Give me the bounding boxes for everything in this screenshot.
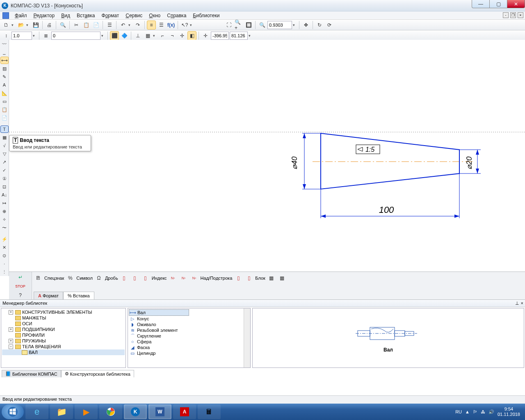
sup-icon[interactable]: ▯ xyxy=(234,274,243,283)
close-button[interactable]: ✕ xyxy=(507,0,525,8)
copy-button[interactable]: 📋 xyxy=(82,21,91,30)
tray-network-icon[interactable]: 🖧 xyxy=(481,409,485,414)
help-cursor-button[interactable]: ↖? xyxy=(180,21,189,30)
cut-tool[interactable]: ↦ xyxy=(0,199,9,207)
coord-x-input[interactable] xyxy=(211,32,229,40)
minimize-button[interactable]: — xyxy=(472,0,490,8)
text-tool[interactable]: T xyxy=(0,126,9,133)
lib-tab-kompas[interactable]: 📘Библиотеки КОМПАС xyxy=(2,370,61,377)
mdi-minimize[interactable]: - xyxy=(503,12,509,18)
tray-lang[interactable]: RU xyxy=(455,409,462,414)
lcs-button[interactable]: ✢ xyxy=(178,31,187,40)
spec-tool[interactable]: 📋 xyxy=(0,106,9,113)
preview-button[interactable]: 🔍 xyxy=(58,21,67,30)
library-list[interactable]: ⟼Вал ▷Конус ◗Оживало ≋Резьбовой элемент … xyxy=(128,308,251,368)
idx3-icon[interactable]: N▫ xyxy=(190,274,199,283)
new-button[interactable]: 🗋 xyxy=(2,21,11,30)
end-tool[interactable]: · xyxy=(0,260,9,267)
style-input[interactable] xyxy=(51,32,100,40)
idx2-icon[interactable]: N▫ xyxy=(179,274,188,283)
snap-r-button[interactable]: ¬ xyxy=(168,31,177,40)
spec-char-icon[interactable]: 🖹 xyxy=(34,274,43,283)
eraser-button[interactable]: ⬛ xyxy=(110,31,119,40)
tab-format[interactable]: AФормат xyxy=(34,292,63,299)
tray-date[interactable]: 01.11.2018 xyxy=(498,412,520,417)
frac2-icon[interactable]: ▯ xyxy=(130,274,139,283)
symbol-icon[interactable]: % xyxy=(66,274,75,283)
start-button[interactable] xyxy=(2,404,24,419)
cut-button[interactable]: ✂ xyxy=(72,21,81,30)
menu-service[interactable]: Сервис xyxy=(123,12,145,19)
stop-button[interactable]: STOP xyxy=(16,282,25,290)
coord-y-input[interactable] xyxy=(230,32,248,40)
menu-libraries[interactable]: Библиотеки xyxy=(190,12,222,19)
table-tool[interactable]: ▦ xyxy=(0,134,9,141)
geom-tool[interactable]: 〰 xyxy=(0,40,9,48)
select-tool[interactable]: ▭ xyxy=(0,98,9,105)
measure-tool[interactable]: 📐 xyxy=(0,89,9,97)
leader-tool[interactable]: ↗ xyxy=(0,158,9,166)
vars-button[interactable]: ☰ xyxy=(157,21,166,30)
tray-volume-icon[interactable]: 🔊 xyxy=(488,409,494,415)
supsub-label[interactable]: Над/Подстрока xyxy=(201,276,233,281)
scrollbar[interactable] xyxy=(244,308,250,368)
redo-button[interactable]: ↷ xyxy=(133,21,142,30)
omega-icon[interactable]: Ω xyxy=(94,274,103,283)
zoom-value-input[interactable] xyxy=(267,21,292,29)
undo-button[interactable]: ↶ xyxy=(119,21,128,30)
layer-button[interactable]: ≣ xyxy=(41,31,50,40)
more-tool[interactable]: ⋮ xyxy=(0,268,9,276)
wave-tool[interactable]: 〜 xyxy=(0,224,9,231)
mdi-restore[interactable]: ❐ xyxy=(510,12,516,18)
block2-icon[interactable]: ▦ xyxy=(278,274,287,283)
color-button[interactable]: 🔷 xyxy=(120,31,129,40)
center2-tool[interactable]: ⊙ xyxy=(0,252,9,259)
zoom-prev-button[interactable]: 🔍 xyxy=(258,21,267,30)
base-tool[interactable]: ▽ xyxy=(0,150,9,158)
menu-editor[interactable]: Редактор xyxy=(31,12,57,19)
task-acrobat[interactable]: A xyxy=(173,404,196,419)
snap-l-button[interactable]: ⌐ xyxy=(158,31,167,40)
block1-icon[interactable]: ▦ xyxy=(267,274,276,283)
lib-close-icon[interactable]: × xyxy=(521,301,523,306)
dim-tool[interactable]: ⟷ xyxy=(0,57,9,64)
hatch-tool[interactable]: ▨ xyxy=(0,65,9,72)
zoom-window-button[interactable]: 🔲 xyxy=(244,21,253,30)
axis-tool[interactable]: ✧ xyxy=(0,216,9,223)
task-kompas[interactable]: K xyxy=(124,404,147,419)
auto-tool[interactable]: ⚡ xyxy=(0,235,9,243)
block-label[interactable]: Блок xyxy=(255,276,265,281)
refresh-button[interactable]: ⟳ xyxy=(325,21,334,30)
create-button[interactable]: ↵ xyxy=(16,273,25,281)
rough-tool[interactable]: √ xyxy=(0,142,9,149)
idx1-icon[interactable]: N▫ xyxy=(169,274,178,283)
menu-file[interactable]: Файл xyxy=(12,12,30,19)
zoom-in-button[interactable]: 🔍+ xyxy=(234,21,243,30)
frac-label[interactable]: Дробь xyxy=(105,276,118,281)
redraw-button[interactable]: ↻ xyxy=(315,21,324,30)
edit-tool[interactable]: ✎ xyxy=(0,73,9,80)
brand-tool[interactable]: ✓ xyxy=(0,167,9,174)
scale-input[interactable] xyxy=(11,32,32,40)
frac1-icon[interactable]: ▯ xyxy=(120,274,129,283)
ortho-button[interactable]: ⊥ xyxy=(133,31,142,40)
paste-button[interactable]: 📄 xyxy=(91,21,100,30)
maximize-button[interactable]: ▢ xyxy=(489,0,507,8)
fx-button[interactable]: f(x) xyxy=(167,21,176,30)
task-media[interactable]: ▶ xyxy=(75,404,98,419)
tab-insert[interactable]: %Вставка xyxy=(63,292,94,299)
tray-time[interactable]: 9:54 xyxy=(498,406,520,412)
menu-view[interactable]: Вид xyxy=(59,12,73,19)
break-tool[interactable]: ✕ xyxy=(0,244,9,251)
pin-icon[interactable]: ⊥ xyxy=(515,301,519,306)
zoom-fit-button[interactable]: ⛶ xyxy=(224,21,233,30)
index-label[interactable]: Индекс xyxy=(152,276,167,281)
tray-flag-icon[interactable]: ▲ xyxy=(465,409,470,414)
lib-tab-constructor[interactable]: ⚙Конструкторская библиотека xyxy=(61,370,134,377)
grid-button[interactable]: ▦ xyxy=(143,31,152,40)
menu-format[interactable]: Формат xyxy=(99,12,122,19)
center-tool[interactable]: ⊕ xyxy=(0,208,9,215)
drawing-canvas[interactable]: ⌀40 ⌀20 100 1:5 xyxy=(9,40,525,272)
task-ie[interactable]: e xyxy=(25,404,48,419)
menu-help[interactable]: Справка xyxy=(164,12,189,19)
